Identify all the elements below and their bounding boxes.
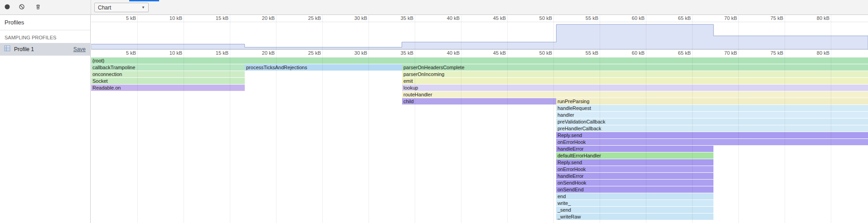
overview-minimap [91, 22, 868, 49]
flame-bar[interactable]: processTicksAndRejections [245, 64, 402, 71]
sidebar: Profiles SAMPLING PROFILES Profile 1 Sav… [0, 15, 91, 223]
flame-bar[interactable]: onErrorHook [556, 139, 868, 145]
flame-bar[interactable]: Reply.send [556, 132, 868, 138]
toolbar-separator [91, 0, 91, 14]
axis-tick-label: 40 kB [432, 50, 460, 56]
flame-bar[interactable]: routeHandler [402, 91, 868, 98]
axis-tick-label: 65 kB [663, 50, 691, 56]
axis-tick-label: 35 kB [385, 50, 413, 56]
chart-mode-select[interactable]: Chart ▼ [94, 3, 149, 12]
flame-bar[interactable]: onSendHook [556, 180, 713, 186]
toolbar: Chart ▼ [0, 0, 868, 15]
axis-tick-label: 75 kB [755, 15, 783, 21]
axis-tick-label: 25 kB [293, 15, 321, 21]
flame-bar[interactable]: write_ [556, 200, 713, 206]
flame-bar[interactable]: onconnection [91, 71, 245, 77]
axis-tick-label: 70 kB [709, 50, 737, 56]
axis-tick-label: 50 kB [524, 50, 552, 56]
flame-bar[interactable]: emit [402, 78, 868, 84]
axis-tick-label: 20 kB [247, 15, 275, 21]
sampling-profiles-header: SAMPLING PROFILES [0, 30, 90, 43]
flamechart-ruler: 5 kB10 kB15 kB20 kB25 kB30 kB35 kB40 kB4… [91, 50, 868, 57]
flame-bar[interactable]: parserOnHeadersComplete [402, 64, 868, 71]
flame-bar[interactable]: defaultErrorHandler [556, 152, 713, 159]
axis-tick-label: 75 kB [755, 50, 783, 56]
axis-tick-label: 55 kB [570, 15, 598, 21]
axis-tick-label: 10 kB [154, 50, 182, 56]
profile-item[interactable]: Profile 1 Save [0, 43, 90, 56]
flame-bar[interactable]: child [402, 98, 556, 104]
flame-frames: (root)callbackTrampolineprocessTicksAndR… [91, 57, 868, 223]
axis-tick-label: 60 kB [616, 15, 645, 21]
axis-tick-label: 70 kB [709, 15, 737, 21]
axis-tick-label: 30 kB [339, 15, 367, 21]
chevron-down-icon: ▼ [141, 5, 145, 9]
profile-icon [4, 45, 11, 54]
flame-bar[interactable]: Readable.on [91, 85, 245, 91]
flame-bar[interactable]: preValidationCallback [556, 119, 868, 125]
axis-tick-label: 45 kB [478, 15, 506, 21]
profile-name: Profile 1 [14, 46, 34, 52]
flame-chart-panel: 5 kB10 kB15 kB20 kB25 kB30 kB35 kB40 kB4… [91, 15, 868, 223]
flame-bar[interactable]: preHandlerCallback [556, 125, 868, 132]
axis-tick-label: 20 kB [247, 50, 275, 56]
sidebar-title: Profiles [0, 15, 90, 30]
record-button[interactable] [2, 3, 12, 13]
flame-bar[interactable]: handleError [556, 173, 713, 179]
axis-tick-label: 50 kB [524, 15, 552, 21]
flame-bar[interactable]: callbackTrampoline [91, 64, 245, 71]
flame-bar[interactable]: onSendEnd [556, 186, 713, 193]
axis-tick-label: 35 kB [385, 15, 413, 21]
axis-tick-label: 15 kB [200, 50, 228, 56]
flame-bar[interactable]: Socket [91, 78, 245, 84]
axis-tick-label: 55 kB [570, 50, 598, 56]
axis-tick-label: 45 kB [478, 50, 506, 56]
axis-tick-label: 5 kB [108, 50, 136, 56]
circle-slash-icon [19, 4, 25, 12]
axis-tick-label: 25 kB [293, 50, 321, 56]
delete-profile-button[interactable] [33, 3, 43, 13]
trash-icon [35, 4, 41, 12]
chart-mode-select-value: Chart [98, 5, 111, 11]
flame-bar[interactable]: (root) [91, 57, 868, 64]
overview-pane[interactable] [91, 22, 868, 50]
flame-bar[interactable]: handleRequest [556, 105, 868, 111]
axis-tick-label: 40 kB [432, 15, 460, 21]
axis-tick-label: 30 kB [339, 50, 367, 56]
flame-bar[interactable]: handleError [556, 146, 713, 152]
flame-bar[interactable]: Reply.send [556, 159, 713, 166]
axis-tick-label: 5 kB [108, 15, 136, 21]
flame-bar[interactable]: runPreParsing [556, 98, 868, 104]
flame-bar[interactable]: handler [556, 112, 868, 118]
tab-indicator [129, 0, 159, 1]
flame-bar[interactable]: lookup [402, 85, 868, 91]
flame-bar[interactable]: onErrorHook [556, 166, 713, 172]
axis-tick-label: 80 kB [801, 15, 829, 21]
axis-tick-label: 60 kB [616, 50, 645, 56]
flame-bar[interactable]: parserOnIncoming [402, 71, 868, 77]
flame-bar[interactable]: end [556, 193, 713, 199]
axis-tick-label: 65 kB [663, 15, 691, 21]
overview-ruler: 5 kB10 kB15 kB20 kB25 kB30 kB35 kB40 kB4… [91, 15, 868, 22]
clear-profiles-button[interactable] [17, 3, 27, 13]
flame-bar[interactable]: _send [556, 207, 713, 213]
save-link[interactable]: Save [73, 46, 86, 52]
axis-tick-label: 10 kB [154, 15, 182, 21]
flame-bar[interactable]: _writeRaw [556, 214, 713, 220]
axis-tick-label: 15 kB [200, 15, 228, 21]
record-icon [4, 4, 10, 12]
axis-tick-label: 80 kB [801, 50, 829, 56]
